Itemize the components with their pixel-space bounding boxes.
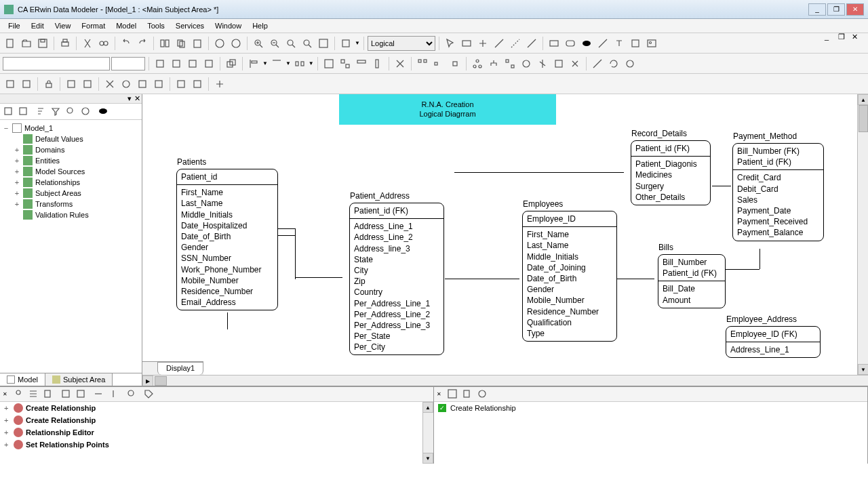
expand-all-button[interactable] — [3, 106, 15, 118]
same-height-button[interactable] — [370, 56, 385, 71]
stop-button[interactable] — [229, 36, 243, 51]
collapse-all-button[interactable] — [18, 106, 30, 118]
panel-btn5[interactable] — [75, 388, 87, 401]
menu-model[interactable]: Model — [111, 20, 142, 31]
sidebar-dock-icon[interactable]: ▾ — [127, 94, 132, 103]
annotation-button[interactable] — [628, 36, 643, 51]
font-size-input[interactable] — [111, 57, 145, 70]
menu-file[interactable]: File — [3, 20, 26, 31]
tree-model-sources[interactable]: +Model Sources — [14, 166, 139, 177]
layout-button3[interactable] — [448, 56, 462, 71]
lock-button[interactable] — [41, 77, 56, 92]
delete-button[interactable] — [393, 56, 408, 71]
menu-help[interactable]: Help — [247, 20, 273, 31]
paste-button[interactable] — [190, 36, 205, 51]
tree-layout-button[interactable] — [470, 56, 485, 71]
tab-model[interactable]: Model — [0, 373, 45, 386]
display-tab[interactable]: Display1 — [157, 362, 203, 375]
zoom-fit-button[interactable] — [300, 36, 315, 51]
go-to-button[interactable] — [623, 56, 637, 71]
tree-root[interactable]: − Model_1 — [3, 123, 139, 134]
circ-layout-button[interactable] — [519, 56, 534, 71]
relationship-line[interactable] — [726, 269, 760, 270]
tree-transforms[interactable]: +Transforms — [14, 199, 139, 209]
transform1-button[interactable] — [3, 77, 18, 92]
layout-button1[interactable] — [415, 56, 430, 71]
save-button[interactable] — [35, 36, 50, 51]
horizontal-scrollbar[interactable]: ◀ ▶ — [142, 375, 868, 386]
doc-minimize-button[interactable]: _ — [825, 33, 837, 42]
panel-btn2[interactable] — [28, 388, 40, 401]
auto-layout-button[interactable] — [551, 56, 566, 71]
fill-color-button[interactable] — [153, 56, 167, 71]
relationship-line[interactable] — [227, 312, 228, 329]
entity-payment-method[interactable]: Payment_Method Bill_Number (FK)Patient_i… — [732, 143, 824, 241]
maximize-button[interactable]: ❐ — [827, 3, 845, 16]
relationship-line[interactable] — [278, 228, 295, 229]
align-left-button[interactable] — [246, 56, 261, 71]
sidebar-close-icon[interactable]: ✕ — [134, 94, 140, 103]
panel-btn7[interactable] — [108, 388, 120, 401]
align-top-button[interactable] — [269, 56, 284, 71]
menu-window[interactable]: Window — [210, 20, 247, 31]
line-color-button[interactable] — [169, 56, 184, 71]
clear-log-button[interactable] — [477, 388, 489, 401]
ellipse-button[interactable] — [579, 36, 594, 51]
resolve-button[interactable] — [174, 77, 189, 92]
panel-close-icon[interactable]: ✕ — [3, 391, 7, 397]
sym-layout-button[interactable] — [535, 56, 550, 71]
distribute-button[interactable] — [292, 56, 307, 71]
panel-btn6[interactable] — [93, 388, 105, 401]
picture-button[interactable] — [644, 36, 659, 51]
scroll-up-button[interactable]: ▲ — [858, 94, 868, 105]
hier-layout-button[interactable] — [486, 56, 501, 71]
display-level-button[interactable] — [338, 36, 353, 51]
relationship-line[interactable] — [295, 277, 342, 278]
tree-validation-rules[interactable]: Validation Rules — [14, 209, 139, 220]
tree-find-button[interactable] — [65, 106, 77, 118]
save-log-button[interactable] — [447, 388, 459, 401]
transform2-button[interactable] — [19, 77, 34, 92]
doc-close-button[interactable]: ✕ — [852, 33, 864, 42]
entity-employee-address[interactable]: Employee_Address Employee_ID (FK) Addres… — [726, 326, 821, 358]
reset-button[interactable] — [568, 56, 583, 71]
subtype-button[interactable] — [475, 36, 490, 51]
print-button[interactable] — [58, 36, 73, 51]
tree-subject-areas[interactable]: +Subject Areas — [14, 188, 139, 199]
relationship-line[interactable] — [278, 235, 295, 236]
tree-entities[interactable]: +Entities — [14, 155, 139, 166]
rect-button[interactable] — [547, 36, 561, 51]
entity-patient-address[interactable]: Patient_Address Patient_id (FK) Address_… — [349, 203, 444, 355]
undo-button[interactable] — [119, 36, 134, 51]
copy-button[interactable] — [174, 36, 189, 51]
sort-button[interactable] — [35, 106, 47, 118]
resize-button[interactable] — [590, 56, 605, 71]
properties-button[interactable] — [98, 106, 110, 118]
relationship-line[interactable] — [479, 279, 519, 279]
panel-btn8[interactable] — [125, 388, 138, 401]
explorer-tree[interactable]: − Model_1 Default Values +Domains +Entit… — [0, 120, 142, 373]
ungroup-button[interactable] — [338, 56, 353, 71]
panel-btn9[interactable] — [143, 388, 155, 401]
background-button[interactable] — [201, 56, 216, 71]
go-button[interactable] — [212, 36, 227, 51]
relationship-line[interactable] — [617, 279, 654, 279]
entity-button[interactable] — [459, 36, 474, 51]
zoom-in-button[interactable] — [251, 36, 266, 51]
vertical-scrollbar[interactable]: ▲ ▼ — [857, 94, 868, 375]
copy-log-button[interactable] — [462, 388, 474, 401]
split-button[interactable] — [102, 77, 117, 92]
zoom-normal-button[interactable] — [283, 36, 298, 51]
tree-domains[interactable]: +Domains — [14, 144, 139, 155]
open-button[interactable] — [19, 36, 34, 51]
relationship-line[interactable] — [454, 172, 624, 173]
nonid-rel-button[interactable] — [508, 36, 523, 51]
relationship-line[interactable] — [295, 228, 296, 279]
manytomany-button[interactable] — [524, 36, 539, 51]
tree-default-values[interactable]: Default Values — [14, 134, 139, 144]
menu-services[interactable]: Services — [170, 20, 210, 31]
relationship-line[interactable] — [760, 249, 760, 269]
redo-button[interactable] — [135, 36, 150, 51]
filter-button[interactable] — [50, 106, 62, 118]
ortho-layout-button[interactable] — [502, 56, 517, 71]
